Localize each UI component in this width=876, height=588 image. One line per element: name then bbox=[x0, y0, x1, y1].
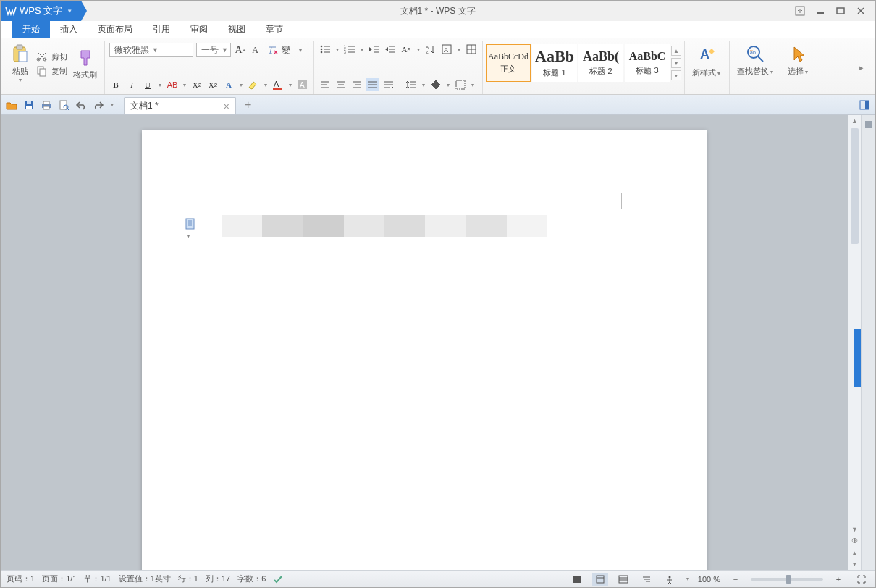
redo-icon[interactable] bbox=[92, 98, 105, 112]
close-button[interactable] bbox=[855, 5, 867, 17]
zoom-slider[interactable] bbox=[751, 578, 823, 581]
print-icon[interactable] bbox=[40, 98, 53, 112]
status-page-no[interactable]: 页码：1 bbox=[7, 574, 35, 584]
font-name-combo[interactable]: 微软雅黑▼ bbox=[109, 43, 193, 57]
copy-button[interactable]: 复制 bbox=[35, 64, 67, 77]
print-preview-icon[interactable] bbox=[57, 98, 70, 112]
style-heading1[interactable]: AaBb 标题 1 bbox=[532, 44, 577, 82]
view-web-layout-icon[interactable] bbox=[615, 573, 631, 586]
increase-indent-icon[interactable] bbox=[384, 43, 397, 56]
menu-tab-home[interactable]: 开始 bbox=[12, 21, 50, 38]
menu-tab-references[interactable]: 引用 bbox=[143, 21, 180, 38]
save-icon[interactable] bbox=[22, 98, 35, 112]
scroll-track[interactable] bbox=[848, 127, 861, 524]
zoom-out-button[interactable]: − bbox=[728, 573, 744, 586]
scroll-up[interactable]: ▲ bbox=[848, 115, 861, 127]
open-icon[interactable] bbox=[5, 98, 18, 112]
styles-scroll-up[interactable]: ▲ bbox=[671, 46, 681, 56]
menu-tab-review[interactable]: 审阅 bbox=[180, 21, 218, 38]
page[interactable]: ▾ bbox=[142, 130, 707, 570]
status-page[interactable]: 页面：1/1 bbox=[42, 574, 77, 584]
menu-tab-insert[interactable]: 插入 bbox=[50, 21, 88, 38]
app-menu-dropdown[interactable]: ▼ bbox=[65, 8, 74, 14]
window-upload-icon[interactable] bbox=[794, 5, 806, 17]
menu-tab-chapter[interactable]: 章节 bbox=[256, 21, 293, 38]
strikethrough-icon[interactable]: AB bbox=[166, 78, 179, 91]
subscript-icon[interactable]: X2 bbox=[206, 78, 219, 91]
side-panel-handle[interactable] bbox=[854, 329, 861, 387]
vertical-scrollbar[interactable]: ▲ ▼ ⦿ ▴ ▾ bbox=[848, 115, 861, 570]
task-pane-icon[interactable] bbox=[858, 98, 871, 112]
align-right-icon[interactable] bbox=[350, 78, 363, 91]
cut-button[interactable]: 剪切 bbox=[35, 50, 67, 63]
style-heading3[interactable]: AaBbC 标题 3 bbox=[625, 44, 670, 82]
numbering-icon[interactable]: 123 bbox=[343, 43, 356, 56]
char-shading-icon[interactable]: A bbox=[296, 78, 309, 91]
view-fullscreen-icon[interactable] bbox=[569, 573, 585, 586]
spellcheck-icon[interactable] bbox=[273, 574, 283, 584]
view-outline-icon[interactable] bbox=[639, 573, 654, 586]
menu-tab-page-layout[interactable]: 页面布局 bbox=[88, 21, 143, 38]
page-up-icon[interactable]: ⦿ bbox=[848, 535, 861, 547]
document-tab-close[interactable]: × bbox=[224, 101, 229, 112]
select-button[interactable]: 选择▾ bbox=[785, 43, 812, 78]
format-painter-button[interactable]: 格式刷 bbox=[70, 46, 100, 82]
status-row[interactable]: 行：1 bbox=[178, 574, 198, 584]
side-panel-icon[interactable] bbox=[864, 119, 874, 130]
undo-icon[interactable] bbox=[75, 98, 88, 112]
align-left-icon[interactable] bbox=[319, 78, 332, 91]
status-setting[interactable]: 设置值：1英寸 bbox=[119, 574, 171, 584]
decrease-indent-icon[interactable] bbox=[368, 43, 381, 56]
ribbon-expand-icon[interactable]: ▸ bbox=[855, 62, 868, 75]
scroll-thumb[interactable] bbox=[851, 128, 859, 244]
app-badge[interactable]: WPS 文字 ▼ bbox=[1, 1, 81, 21]
minimize-button[interactable] bbox=[814, 5, 826, 17]
styles-scroll-down[interactable]: ▼ bbox=[671, 58, 681, 68]
font-color-icon[interactable]: A bbox=[271, 78, 285, 91]
styles-expand[interactable]: ▾ bbox=[671, 70, 681, 80]
view-print-layout-icon[interactable] bbox=[592, 573, 608, 586]
borders-icon[interactable] bbox=[465, 43, 478, 56]
change-case-icon[interactable]: Aa bbox=[400, 43, 413, 56]
view-read-icon[interactable] bbox=[662, 573, 678, 586]
align-distribute-icon[interactable] bbox=[382, 78, 395, 91]
zoom-value[interactable]: 100 % bbox=[698, 575, 720, 584]
asian-layout-icon[interactable]: A bbox=[440, 43, 453, 56]
bold-icon[interactable]: B bbox=[109, 78, 122, 91]
shrink-font-icon[interactable]: A- bbox=[250, 43, 263, 56]
fit-window-icon[interactable] bbox=[854, 573, 869, 586]
zoom-in-button[interactable]: + bbox=[830, 573, 846, 586]
align-justify-icon[interactable] bbox=[366, 78, 379, 91]
phonetic-guide-icon[interactable]: 變 bbox=[282, 43, 295, 56]
next-page-icon[interactable]: ▾ bbox=[848, 558, 861, 570]
new-style-button[interactable]: A 新样式▾ bbox=[689, 43, 725, 80]
style-normal[interactable]: AaBbCcDd 正文 bbox=[486, 44, 531, 82]
highlight-icon[interactable] bbox=[247, 78, 260, 91]
status-col[interactable]: 列：17 bbox=[206, 574, 230, 584]
document-tab[interactable]: 文档1 * × bbox=[124, 97, 236, 114]
paste-button[interactable]: 粘贴▾ bbox=[8, 43, 33, 85]
maximize-button[interactable] bbox=[835, 5, 846, 17]
status-words[interactable]: 字数：6 bbox=[237, 574, 266, 584]
zoom-knob[interactable] bbox=[786, 575, 791, 584]
italic-icon[interactable]: I bbox=[125, 78, 138, 91]
scroll-down[interactable]: ▼ bbox=[848, 524, 861, 535]
style-heading2[interactable]: AaBb( 标题 2 bbox=[578, 44, 623, 82]
document-area[interactable]: ▾ bbox=[1, 115, 848, 570]
text-effects-icon[interactable]: A bbox=[222, 78, 235, 91]
menu-tab-view[interactable]: 视图 bbox=[218, 21, 256, 38]
superscript-icon[interactable]: X2 bbox=[190, 78, 203, 91]
clear-format-icon[interactable] bbox=[266, 43, 279, 56]
table-border-icon[interactable] bbox=[454, 78, 467, 91]
new-tab-button[interactable]: + bbox=[240, 98, 256, 112]
font-size-combo[interactable]: 一号▼ bbox=[196, 43, 231, 57]
status-section[interactable]: 节：1/1 bbox=[84, 574, 111, 584]
find-replace-button[interactable]: abac 查找替换▾ bbox=[734, 43, 778, 78]
grow-font-icon[interactable]: A+ bbox=[234, 43, 247, 56]
underline-icon[interactable]: U bbox=[141, 78, 154, 91]
prev-page-icon[interactable]: ▴ bbox=[848, 547, 861, 558]
quickbar-customize[interactable]: ▾ bbox=[109, 101, 115, 108]
bullets-icon[interactable] bbox=[319, 43, 332, 56]
align-center-icon[interactable] bbox=[334, 78, 348, 91]
shading-icon[interactable] bbox=[429, 78, 442, 91]
